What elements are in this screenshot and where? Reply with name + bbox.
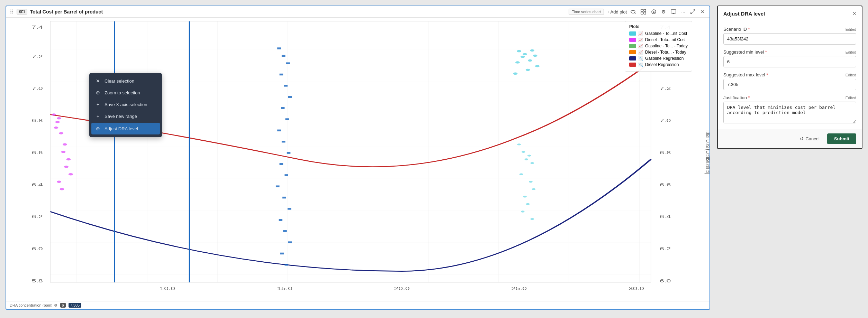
adjust-dra-label: Adjust DRA level <box>105 126 138 131</box>
submit-button[interactable]: Submit <box>827 133 856 144</box>
legend-icon-sej: 📈 <box>638 38 643 42</box>
context-menu-save-range[interactable]: + Save new range <box>89 110 162 122</box>
svg-rect-70 <box>285 118 289 120</box>
legend-icon-seu: 📉 <box>638 63 643 67</box>
svg-text:6.0: 6.0 <box>660 279 671 283</box>
svg-point-52 <box>55 121 60 123</box>
svg-rect-80 <box>283 230 287 232</box>
suggested-min-edited: Edited <box>846 50 856 54</box>
layout-button[interactable] <box>639 8 648 15</box>
suggested-max-required: * <box>765 72 768 77</box>
svg-rect-78 <box>288 208 291 209</box>
svg-rect-75 <box>284 174 288 176</box>
svg-rect-8 <box>671 10 676 13</box>
suggested-min-required: * <box>764 49 767 55</box>
svg-rect-81 <box>288 241 292 243</box>
svg-point-53 <box>57 117 61 119</box>
save-x-axis-icon: + <box>95 102 101 107</box>
svg-text:10.0: 10.0 <box>160 286 175 291</box>
suggested-max-input[interactable] <box>723 79 856 90</box>
list-item: 📉 Gasoline Regression <box>629 56 688 61</box>
dra-panel-title: Adjust DRA level <box>723 11 765 17</box>
legend-icon-sfp: 📈 <box>638 50 643 55</box>
svg-point-41 <box>525 158 528 160</box>
adjust-dra-icon: ⊕ <box>95 126 101 131</box>
chart-legend: Plots 📈 Gasoline - To...nit Cost 📈 Diese… <box>625 21 692 72</box>
suggested-min-input[interactable] <box>723 56 856 67</box>
chart-x-axis: DRA concentration (ppm) ⚙ 6 7.305 <box>6 301 709 309</box>
cancel-button[interactable]: ↺ Cancel <box>796 134 823 143</box>
context-menu-zoom-selection[interactable]: ⊕ Zoom to selection <box>89 87 162 99</box>
svg-point-34 <box>533 55 537 57</box>
suggested-max-edited: Edited <box>846 73 856 77</box>
justification-edited: Edited <box>846 96 856 100</box>
svg-rect-5 <box>644 12 646 14</box>
svg-point-43 <box>530 162 534 164</box>
legend-label-ses: Gasoline Regression <box>645 56 684 61</box>
context-menu-clear-selection[interactable]: ✕ Clear selection <box>89 75 162 87</box>
svg-point-55 <box>59 132 63 134</box>
svg-point-58 <box>66 158 71 160</box>
add-plot-button[interactable]: + Add plot <box>607 9 627 15</box>
svg-point-37 <box>535 65 540 67</box>
svg-text:7.4: 7.4 <box>31 25 43 29</box>
chart-title: Total Cost per Barrel of product <box>30 9 566 15</box>
chart-id-badge: $EI <box>17 9 27 15</box>
svg-point-57 <box>61 151 66 153</box>
scenario-id-input[interactable] <box>723 33 856 45</box>
svg-text:7.0: 7.0 <box>660 118 671 123</box>
context-menu-adjust-dra[interactable]: ⊕ Adjust DRA level <box>91 123 160 134</box>
svg-point-35 <box>515 61 520 63</box>
list-item: 📉 Diesel Regression <box>629 62 688 67</box>
settings-axis-icon[interactable]: ⚙ <box>54 303 57 308</box>
legend-color-sfn <box>629 44 636 48</box>
svg-rect-73 <box>287 152 291 153</box>
svg-text:30.0: 30.0 <box>629 286 644 291</box>
chart-type-badge[interactable]: Time series chart <box>569 9 604 15</box>
chart-svg: 5.8 6.0 6.2 6.4 6.6 6.8 7.0 7.2 7.4 10.0… <box>6 18 709 301</box>
svg-rect-67 <box>284 85 288 86</box>
svg-point-50 <box>530 218 534 220</box>
justification-textarea[interactable] <box>723 102 856 123</box>
svg-rect-2 <box>641 9 643 11</box>
svg-text:7.2: 7.2 <box>31 54 43 59</box>
legend-color-seu <box>629 63 636 67</box>
context-menu-save-x-axis[interactable]: + Save X axis selection <box>89 99 162 110</box>
clear-selection-label: Clear selection <box>105 78 134 84</box>
legend-label-seu: Diesel Regression <box>645 62 679 67</box>
close-chart-button[interactable]: ✕ <box>699 8 706 15</box>
dra-close-button[interactable]: × <box>852 10 856 17</box>
download-button[interactable] <box>650 8 658 15</box>
clear-selection-icon: ✕ <box>95 78 101 84</box>
x-axis-max-badge: 7.305 <box>69 303 82 308</box>
svg-text:15.0: 15.0 <box>277 286 292 291</box>
legend-color-sek <box>629 31 636 36</box>
drag-handle-icon[interactable]: ⠿ <box>10 9 14 15</box>
lasso-select-button[interactable] <box>629 8 637 15</box>
settings-button[interactable]: ⚙ <box>660 8 667 15</box>
svg-rect-71 <box>277 130 281 131</box>
svg-text:6.8: 6.8 <box>660 150 671 155</box>
save-range-label: Save new range <box>105 114 137 119</box>
svg-point-40 <box>522 151 525 153</box>
x-axis-min-badge: 6 <box>60 303 66 308</box>
svg-rect-66 <box>280 74 283 75</box>
expand-button[interactable] <box>689 8 697 15</box>
suggested-min-header: Suggested min level * Edited <box>723 49 856 55</box>
svg-rect-79 <box>279 219 282 221</box>
chart-header: ⠿ $EI Total Cost per Barrel of product T… <box>6 6 709 18</box>
dra-panel: Adjust DRA level × Scenario ID * Edited … <box>717 6 862 149</box>
svg-text:6.0: 6.0 <box>31 246 43 251</box>
svg-text:6.6: 6.6 <box>31 150 43 155</box>
svg-point-51 <box>52 113 56 115</box>
svg-rect-13 <box>50 21 651 282</box>
justification-field-group: Justification * Edited <box>723 95 856 123</box>
monitor-button[interactable] <box>669 8 678 15</box>
svg-point-30 <box>521 56 525 58</box>
dra-panel-footer: ↺ Cancel Submit <box>718 129 862 148</box>
legend-color-ses <box>629 56 636 60</box>
more-button[interactable]: ··· <box>680 8 687 15</box>
svg-point-42 <box>527 155 531 157</box>
chart-panel: ⠿ $EI Total Cost per Barrel of product T… <box>6 6 710 310</box>
list-item: 📈 Diesel - Tota...nit Cost <box>629 37 688 42</box>
